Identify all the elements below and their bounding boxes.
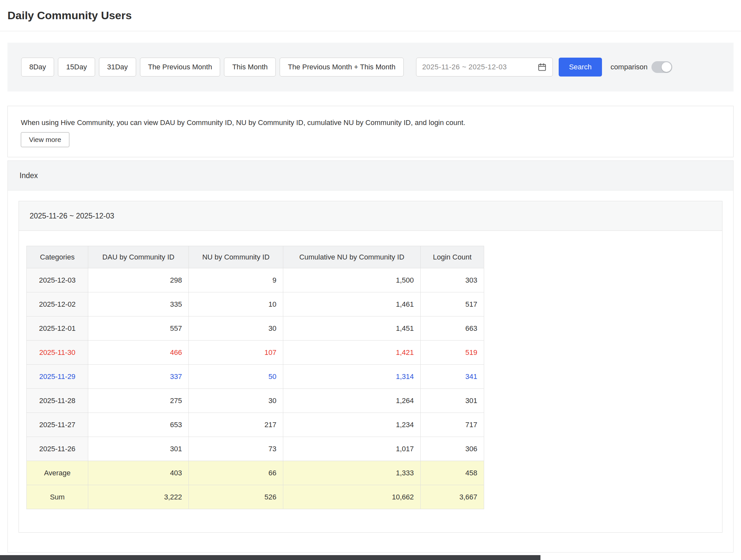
notice-panel: When using Hive Community, you can view … (7, 106, 734, 157)
table-column-header: DAU by Community ID (88, 246, 189, 268)
report-period: 2025-11-26 ~ 2025-12-03 (29, 212, 114, 220)
row-value: 1,333 (283, 461, 421, 485)
row-value: 3,667 (421, 485, 484, 509)
toggle-knob (662, 62, 671, 72)
row-value: 517 (421, 292, 484, 317)
table-row: 2025-11-26301731,017306 (27, 437, 484, 461)
table-header-row: CategoriesDAU by Community IDNU by Commu… (27, 246, 484, 268)
row-value: 30 (189, 389, 283, 413)
notice-text: When using Hive Community, you can view … (21, 119, 720, 127)
row-value: 1,314 (283, 365, 421, 389)
row-value: 663 (421, 317, 484, 341)
row-category: 2025-12-03 (27, 268, 88, 292)
table-row: 2025-12-01557301,451663 (27, 317, 484, 341)
row-value: 50 (189, 365, 283, 389)
table-column-header: Login Count (421, 246, 484, 268)
comparison-label: comparison (610, 63, 648, 71)
row-value: 1,234 (283, 413, 421, 437)
row-value: 337 (88, 365, 189, 389)
row-category: 2025-11-26 (27, 437, 88, 461)
table-column-header: Cumulative NU by Community ID (283, 246, 421, 268)
row-value: 1,451 (283, 317, 421, 341)
table-row: Average403661,333458 (27, 461, 484, 485)
table-row: 2025-11-276532171,234717 (27, 413, 484, 437)
row-value: 717 (421, 413, 484, 437)
row-value: 403 (88, 461, 189, 485)
report-body: CategoriesDAU by Community IDNU by Commu… (19, 231, 722, 532)
row-category: 2025-11-28 (27, 389, 88, 413)
quick-range-button[interactable]: 15Day (58, 58, 95, 76)
row-value: 10 (189, 292, 283, 317)
quick-range-button[interactable]: 31Day (99, 58, 136, 76)
row-value: 301 (88, 437, 189, 461)
table-row: 2025-11-28275301,264301 (27, 389, 484, 413)
report-period-header: 2025-11-26 ~ 2025-12-03 (19, 201, 722, 231)
footer-strip (0, 555, 540, 560)
row-value: 10,662 (283, 485, 421, 509)
search-button[interactable]: Search (559, 58, 602, 76)
row-value: 298 (88, 268, 189, 292)
table-row: Sum3,22252610,6623,667 (27, 485, 484, 509)
row-category: Sum (27, 485, 88, 509)
table-column-header: NU by Community ID (189, 246, 283, 268)
row-value: 9 (189, 268, 283, 292)
row-value: 341 (421, 365, 484, 389)
row-category: 2025-11-27 (27, 413, 88, 437)
row-category: 2025-11-29 (27, 365, 88, 389)
row-value: 335 (88, 292, 189, 317)
view-more-button[interactable]: View more (21, 132, 69, 147)
row-value: 275 (88, 389, 189, 413)
row-value: 1,017 (283, 437, 421, 461)
page: Daily Community Users 8Day15Day31DayThe … (0, 0, 741, 553)
quick-range-button[interactable]: The Previous Month (140, 58, 220, 76)
row-value: 3,222 (88, 485, 189, 509)
table-column-header: Categories (27, 246, 88, 268)
row-value: 306 (421, 437, 484, 461)
row-value: 217 (189, 413, 283, 437)
quick-range-button[interactable]: The Previous Month + This Month (280, 58, 403, 76)
quick-range-button[interactable]: This Month (224, 58, 276, 76)
date-range-value: 2025-11-26 ~ 2025-12-03 (422, 63, 538, 71)
section-body: 2025-11-26 ~ 2025-12-03 CategoriesDAU by… (8, 191, 733, 552)
row-value: 458 (421, 461, 484, 485)
row-category: 2025-12-01 (27, 317, 88, 341)
row-value: 519 (421, 341, 484, 365)
quick-range-button[interactable]: 8Day (21, 58, 54, 76)
table-row: 2025-12-02335101,461517 (27, 292, 484, 317)
comparison-toggle[interactable] (652, 61, 672, 73)
index-section: Index 2025-11-26 ~ 2025-12-03 Categories… (7, 160, 734, 553)
table-row: 2025-11-304661071,421519 (27, 341, 484, 365)
row-value: 66 (189, 461, 283, 485)
row-value: 30 (189, 317, 283, 341)
date-range-input[interactable]: 2025-11-26 ~ 2025-12-03 (416, 58, 553, 76)
row-category: Average (27, 461, 88, 485)
filter-bar: 8Day15Day31DayThe Previous MonthThis Mon… (7, 43, 734, 91)
row-value: 1,500 (283, 268, 421, 292)
row-value: 653 (88, 413, 189, 437)
row-value: 1,264 (283, 389, 421, 413)
section-title: Index (19, 171, 38, 180)
row-category: 2025-11-30 (27, 341, 88, 365)
row-value: 303 (421, 268, 484, 292)
row-value: 1,421 (283, 341, 421, 365)
quick-range-buttons: 8Day15Day31DayThe Previous MonthThis Mon… (21, 58, 408, 76)
row-value: 466 (88, 341, 189, 365)
index-table: CategoriesDAU by Community IDNU by Commu… (26, 246, 484, 509)
row-value: 1,461 (283, 292, 421, 317)
row-value: 301 (421, 389, 484, 413)
row-value: 73 (189, 437, 283, 461)
table-row: 2025-11-29337501,314341 (27, 365, 484, 389)
row-value: 107 (189, 341, 283, 365)
row-value: 557 (88, 317, 189, 341)
table-row: 2025-12-0329891,500303 (27, 268, 484, 292)
row-value: 526 (189, 485, 283, 509)
report-panel: 2025-11-26 ~ 2025-12-03 CategoriesDAU by… (18, 201, 723, 533)
page-header: Daily Community Users (0, 0, 741, 31)
page-title: Daily Community Users (7, 9, 132, 22)
section-header: Index (8, 161, 733, 191)
row-category: 2025-12-02 (27, 292, 88, 317)
calendar-icon[interactable] (538, 63, 547, 72)
